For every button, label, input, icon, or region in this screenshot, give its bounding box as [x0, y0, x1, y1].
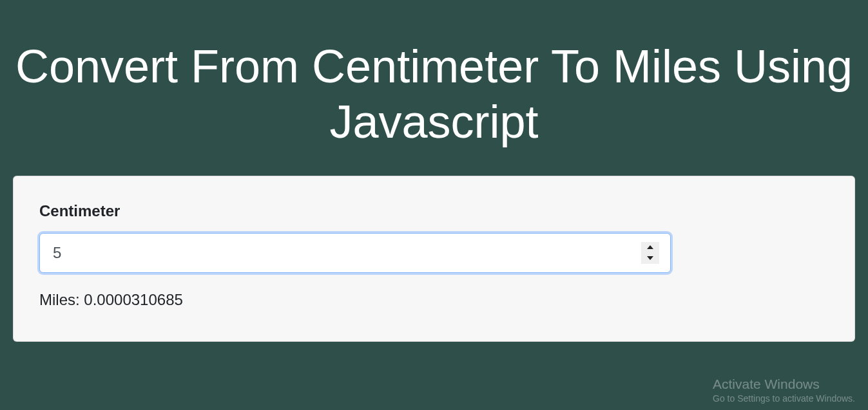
windows-activation-watermark: Activate Windows Go to Settings to activ… — [713, 377, 855, 404]
chevron-up-icon — [647, 245, 653, 249]
watermark-title: Activate Windows — [713, 377, 855, 392]
page-title: Convert From Centimeter To Miles Using J… — [0, 0, 868, 176]
spinner-down-button[interactable] — [641, 253, 659, 264]
result-output: Miles: 0.0000310685 — [39, 291, 829, 309]
converter-card: Centimeter Miles: 0.0000310685 — [13, 176, 855, 342]
number-input-wrapper — [39, 233, 671, 273]
centimeter-label: Centimeter — [39, 202, 829, 220]
result-value: 0.0000310685 — [84, 291, 183, 308]
watermark-subtitle: Go to Settings to activate Windows. — [713, 393, 855, 404]
centimeter-input[interactable] — [39, 233, 671, 273]
chevron-down-icon — [647, 256, 653, 260]
spinner-up-button[interactable] — [641, 242, 659, 253]
spinner-controls — [641, 242, 659, 264]
result-label: Miles: — [39, 291, 84, 308]
